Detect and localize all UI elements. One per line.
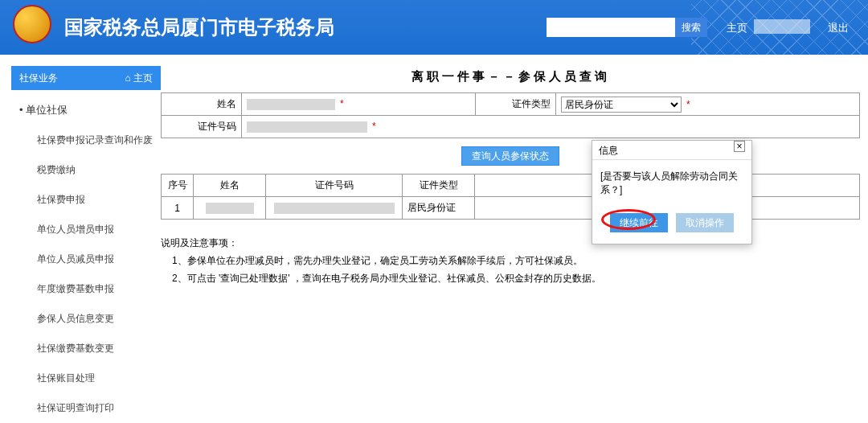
- sidebar-item-unit[interactable]: 单位社保: [11, 95, 161, 125]
- col-idno: 证件号码: [266, 175, 403, 197]
- sidebar-item[interactable]: 社保费申报记录查询和作废: [11, 125, 161, 155]
- home-link[interactable]: 主页: [727, 21, 747, 35]
- table-row: 1 居民身份证 失业登记 社保减员 公积金封存: [162, 197, 860, 220]
- sidebar-home-link[interactable]: ⌂ 主页: [125, 66, 153, 90]
- query-form: 姓名 * 证件类型 居民身份证* 证件号码 *: [161, 92, 860, 138]
- sidebar-item[interactable]: 社保费申报: [11, 185, 161, 215]
- search-input[interactable]: [547, 18, 675, 37]
- idno-cell: *: [242, 116, 860, 138]
- sidebar-item[interactable]: 单位人员减员申报: [11, 244, 161, 274]
- logo-subtext: [11, 39, 56, 51]
- col-idtype: 证件类型: [403, 175, 475, 197]
- sidebar-item[interactable]: 社保证明查询打印: [11, 393, 161, 423]
- app-header: 国家税务总局厦门市电子税务局 搜索 主页 退出: [0, 0, 868, 55]
- sidebar-item[interactable]: 年度缴费基数申报: [11, 274, 161, 304]
- sidebar-item[interactable]: 单位人员增员申报: [11, 215, 161, 244]
- notes: 说明及注意事项： 1、参保单位在办理减员时，需先办理失业登记，确定员工劳动关系解…: [161, 234, 860, 287]
- idno-label: 证件号码: [162, 116, 242, 138]
- main-panel: 离职一件事－－参保人员查询 姓名 * 证件类型 居民身份证* 证件号码 * 查询…: [161, 55, 868, 423]
- sidebar-item[interactable]: 参保人员信息变更: [11, 304, 161, 334]
- name-input[interactable]: [247, 99, 335, 110]
- cancel-button[interactable]: 取消操作: [676, 213, 734, 232]
- sidebar-item[interactable]: 社保账目处理: [11, 363, 161, 393]
- search-button[interactable]: 搜索: [675, 18, 707, 37]
- sidebar: 社保业务 ⌂ 主页 单位社保 社保费申报记录查询和作废 税费缴纳 社保费申报 单…: [0, 55, 161, 423]
- notes-head: 说明及注意事项：: [161, 234, 860, 252]
- name-label: 姓名: [162, 93, 242, 116]
- close-icon[interactable]: ×: [734, 141, 745, 152]
- continue-button[interactable]: 继续前往: [610, 213, 668, 232]
- idtype-select[interactable]: 居民身份证: [561, 97, 682, 113]
- required-mark: *: [372, 121, 376, 132]
- cell-idtype: 居民身份证: [403, 197, 475, 220]
- home-icon: ⌂: [125, 72, 130, 84]
- result-table: 序号 姓名 证件号码 证件类型 操作 1 居民身份证 失业登记 社保减员 公积金…: [161, 174, 860, 220]
- name-cell: *: [242, 93, 476, 116]
- cell-name: [194, 197, 266, 220]
- sidebar-item[interactable]: 税费缴纳: [11, 155, 161, 185]
- required-mark: *: [340, 98, 344, 109]
- dialog-body: [是否要与该人员解除劳动合同关系？]: [592, 160, 751, 207]
- cell-seq: 1: [162, 197, 194, 220]
- sidebar-head[interactable]: 社保业务 ⌂ 主页: [11, 66, 161, 90]
- logout-link[interactable]: 退出: [828, 21, 849, 35]
- required-mark: *: [686, 99, 690, 110]
- sidebar-head-label: 社保业务: [19, 66, 58, 90]
- dialog-title: 信息: [599, 141, 618, 159]
- page-title: 离职一件事－－参保人员查询: [161, 69, 860, 84]
- sidebar-item[interactable]: 社保缴费基数变更: [11, 334, 161, 363]
- idno-input[interactable]: [247, 121, 367, 133]
- notes-line: 1、参保单位在办理减员时，需先办理失业登记，确定员工劳动关系解除手续后，方可社保…: [161, 252, 860, 269]
- confirm-dialog: 信息 × [是否要与该人员解除劳动合同关系？] 继续前往 取消操作: [592, 140, 752, 244]
- app-title: 国家税务总局厦门市电子税务局: [64, 14, 334, 40]
- emblem-icon: [13, 5, 51, 43]
- cell-idno: [266, 197, 403, 220]
- query-button[interactable]: 查询人员参保状态: [461, 146, 559, 166]
- sidebar-menu: 单位社保 社保费申报记录查询和作废 税费缴纳 社保费申报 单位人员增员申报 单位…: [11, 95, 161, 423]
- idtype-cell: 居民身份证*: [555, 93, 859, 116]
- col-seq: 序号: [162, 175, 194, 197]
- idtype-label: 证件类型: [475, 93, 555, 116]
- user-slot: [754, 19, 810, 34]
- col-name: 姓名: [194, 175, 266, 197]
- notes-line: 2、可点击 '查询已处理数据' ，查询在电子税务局办理失业登记、社保减员、公积金…: [161, 269, 860, 287]
